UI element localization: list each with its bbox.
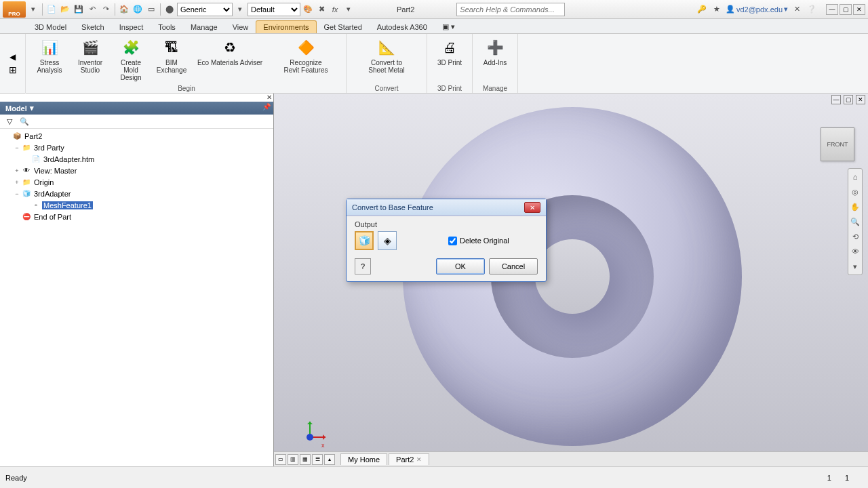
view-close-icon[interactable]: ✕ xyxy=(856,95,865,104)
nav-more-icon[interactable]: ▾ xyxy=(850,261,861,272)
tab-environments[interactable]: Environments xyxy=(256,20,316,33)
team-web-icon[interactable]: 🌐 xyxy=(132,3,144,16)
undo-icon[interactable]: ↶ xyxy=(86,3,98,16)
search-input[interactable] xyxy=(456,3,565,16)
tab-sketch[interactable]: Sketch xyxy=(74,20,112,33)
maximize-button[interactable]: ▢ xyxy=(840,4,852,15)
tree-node[interactable]: −📁3rd Party xyxy=(4,142,273,153)
expand-icon[interactable]: + xyxy=(14,179,20,186)
tree-node[interactable]: 📦Part2 xyxy=(4,130,273,142)
ok-button[interactable]: OK xyxy=(436,258,485,274)
fx-icon[interactable]: fx xyxy=(329,3,341,16)
viewport-four-icon[interactable]: ▦ xyxy=(300,454,311,465)
stress-analysis-button[interactable]: 📊StressAnalysis xyxy=(30,35,69,83)
save-icon[interactable]: 💾 xyxy=(73,3,85,16)
browser-header[interactable]: Model ▾ xyxy=(0,102,273,115)
home-icon[interactable]: 🏠 xyxy=(118,3,130,16)
tab-get-started[interactable]: Get Started xyxy=(317,20,370,33)
doc-tab-my-home[interactable]: My Home xyxy=(340,453,387,465)
tab-3d-model[interactable]: 3D Model xyxy=(27,20,74,33)
browser-pin-icon[interactable]: 📌 xyxy=(262,103,271,110)
doc-tab-part2[interactable]: Part2 ✕ xyxy=(389,453,429,465)
tab-manage[interactable]: Manage xyxy=(183,20,225,33)
view-min-icon[interactable]: — xyxy=(831,95,841,104)
browser-close-icon[interactable]: ✕ xyxy=(267,94,272,101)
viewport-single-icon[interactable]: ▭ xyxy=(275,454,286,465)
material-dropdown[interactable]: Generic xyxy=(177,3,233,16)
viewport-list-icon[interactable]: ☰ xyxy=(312,454,323,465)
appearance-icon[interactable]: ▾ xyxy=(234,3,246,16)
nav-home-icon[interactable]: ⌂ xyxy=(850,171,861,182)
tree-node[interactable]: +📁Origin xyxy=(4,176,273,188)
inventor-studio-button[interactable]: 🎬InventorStudio xyxy=(71,35,110,83)
viewport[interactable]: — ▢ ✕ x FRONT ⌂ ◎ ✋ 🔍 ⟲ 👁 ▾ C xyxy=(274,94,868,466)
tree-node[interactable]: ⛔End of Part xyxy=(4,211,273,222)
output-surface-button[interactable]: ◈ xyxy=(378,231,397,250)
output-solid-button[interactable]: 🧊 xyxy=(355,231,374,250)
cancel-button[interactable]: Cancel xyxy=(489,258,538,274)
expand-icon[interactable]: − xyxy=(14,144,20,151)
nav-lookat-icon[interactable]: 👁 xyxy=(850,246,861,257)
eco-materials-adviser-button[interactable]: ♻Eco Materials Adviser xyxy=(193,35,267,83)
view-cube[interactable]: FRONT xyxy=(821,127,854,161)
minimize-button[interactable]: — xyxy=(826,4,838,15)
node-label: MeshFeature1 xyxy=(42,201,93,209)
open-icon[interactable]: 📂 xyxy=(59,3,71,16)
appearance-clear-icon[interactable]: ✖ xyxy=(315,3,328,16)
exchange-icon[interactable]: ✕ xyxy=(791,3,803,16)
viewport-more-icon[interactable]: ▴ xyxy=(324,454,335,465)
find-icon[interactable]: 🔍 xyxy=(19,116,30,127)
tree-node[interactable]: 📄3rdAdapter.htm xyxy=(4,153,273,165)
signin-menu-icon[interactable]: 🔑 xyxy=(696,3,708,16)
dialog-titlebar[interactable]: Convert to Base Feature ✕ xyxy=(347,199,546,216)
ribbon-icon: 🔶 xyxy=(295,37,317,58)
star-icon[interactable]: ★ xyxy=(711,3,723,16)
qat-dropdown-icon[interactable]: ▾ xyxy=(27,3,39,16)
tree-node[interactable]: ▫MeshFeature1 xyxy=(4,199,273,211)
delete-original-checkbox[interactable]: Delete Original xyxy=(448,237,509,245)
qat-more-icon[interactable]: ▾ xyxy=(342,3,355,16)
3d-print-button[interactable]: 🖨3D Print xyxy=(430,35,469,68)
expand-icon[interactable]: + xyxy=(14,167,20,174)
tree-node[interactable]: +👁View: Master xyxy=(4,165,273,176)
ribbon-appearance-menu[interactable]: ▣ ▾ xyxy=(435,20,462,33)
add-ins-button[interactable]: ➕Add-Ins xyxy=(475,35,515,68)
tab-inspect[interactable]: Inspect xyxy=(112,20,151,33)
ribbon-icon: 🖨 xyxy=(439,37,460,58)
close-button[interactable]: ✕ xyxy=(853,4,865,15)
material-icon[interactable]: ⬤ xyxy=(163,3,176,16)
help-icon[interactable]: ❔ xyxy=(806,3,818,16)
marking-menu-strip[interactable]: ◀ ⊞ xyxy=(0,34,26,94)
dialog-help-button[interactable]: ? xyxy=(355,258,371,274)
create-mold-design-button[interactable]: 🧩CreateMold Design xyxy=(111,35,151,83)
delete-original-input[interactable] xyxy=(448,237,457,245)
viewport-two-icon[interactable]: ▥ xyxy=(288,454,298,465)
view-max-icon[interactable]: ▢ xyxy=(844,95,853,104)
user-menu[interactable]: 👤vd2@pdx.edu▾ xyxy=(726,5,788,14)
nav-wheel-icon[interactable]: ◎ xyxy=(850,186,861,197)
tab-view[interactable]: View xyxy=(225,20,256,33)
tab-close-icon[interactable]: ✕ xyxy=(416,456,422,463)
node-label: Origin xyxy=(33,178,55,186)
select-icon[interactable]: ▭ xyxy=(145,3,157,16)
bim-exchange-button[interactable]: 🏗BIMExchange xyxy=(152,35,191,83)
recognize-revit-features-button[interactable]: 🔶RecognizeRevit Features xyxy=(269,35,343,83)
dialog-close-button[interactable]: ✕ xyxy=(524,202,540,213)
tree-node[interactable]: −🧊3rdAdapter xyxy=(4,188,273,199)
nav-zoom-icon[interactable]: 🔍 xyxy=(850,216,861,227)
tab-tools[interactable]: Tools xyxy=(151,20,183,33)
filter-icon[interactable]: ▽ xyxy=(4,116,15,127)
appearance-adjust-icon[interactable]: 🎨 xyxy=(302,3,314,16)
redo-icon[interactable]: ↷ xyxy=(100,3,112,16)
nav-pan-icon[interactable]: ✋ xyxy=(850,201,861,212)
app-logo[interactable]: PRO xyxy=(3,1,26,18)
chevron-down-icon: ▾ xyxy=(30,104,34,113)
appearance-dropdown[interactable]: Default xyxy=(248,3,300,16)
tab-autodesk-a360[interactable]: Autodesk A360 xyxy=(370,20,435,33)
expand-icon[interactable]: − xyxy=(14,190,20,197)
status-bar: Ready 1 1 xyxy=(0,466,868,488)
panel-title: Convert xyxy=(374,84,398,93)
convert-to-sheet-metal-button[interactable]: 📐Convert toSheet Metal xyxy=(349,35,424,75)
new-icon[interactable]: 📄 xyxy=(45,3,58,16)
nav-orbit-icon[interactable]: ⟲ xyxy=(850,231,861,242)
